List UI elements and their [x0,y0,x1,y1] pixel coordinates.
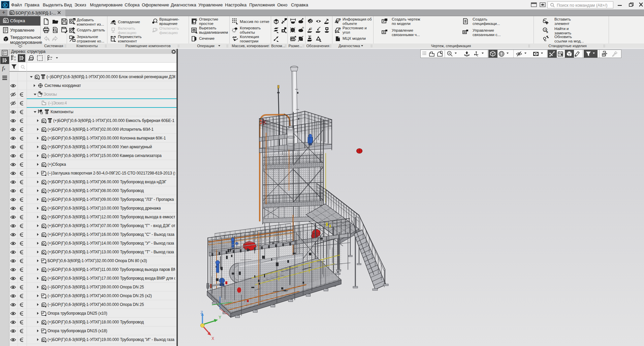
svg-text:?: ? [339,27,341,31]
svg-text:12: 12 [14,59,16,61]
svg-text:Z: Z [200,310,203,315]
svg-text:X: X [212,336,214,341]
svg-text:R: R [302,27,304,29]
svg-text:Y: Y [219,315,221,320]
svg-text:B: B [546,31,548,34]
svg-text:E: E [311,27,312,30]
svg-text:?: ? [339,18,341,22]
svg-text:11: 11 [14,56,16,58]
